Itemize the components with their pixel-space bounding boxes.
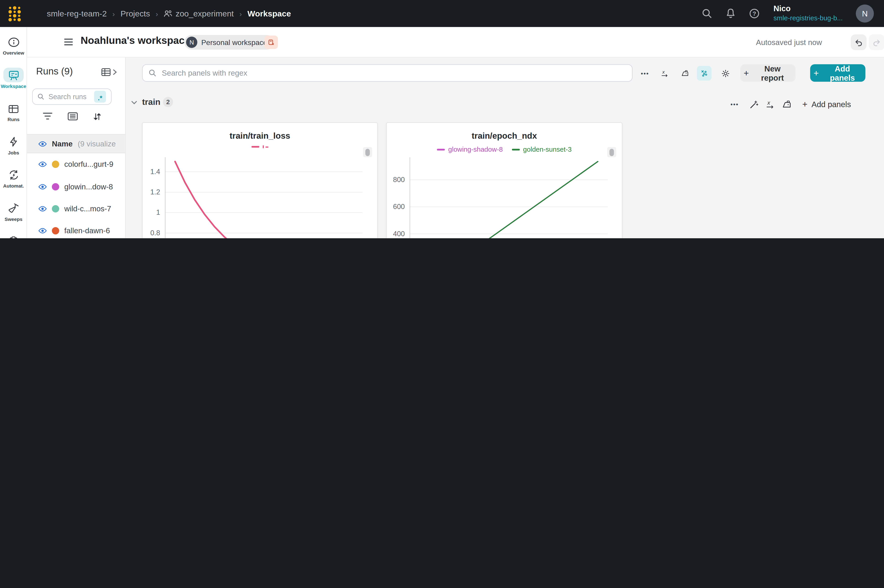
clear-workspace-button[interactable] [264, 35, 278, 49]
top-navbar: smle-reg-team-2 › Projects › zoo_experim… [0, 0, 884, 27]
run-row[interactable]: wild-c...mos-7 [27, 198, 125, 220]
rail-label: Jobs [0, 150, 27, 155]
svg-text:0.8: 0.8 [150, 229, 160, 237]
breadcrumb-team[interactable]: smle-reg-team-2 [47, 9, 107, 18]
expand-runs-chevron-icon[interactable] [112, 69, 117, 76]
plus-icon: + [744, 69, 749, 78]
run-search-input[interactable] [47, 92, 91, 101]
workspace-avatar: N [186, 36, 197, 48]
notifications-bell-icon[interactable] [725, 8, 736, 19]
run-visibility-eye-icon[interactable] [38, 182, 47, 191]
breadcrumb-separator: › [156, 9, 158, 18]
svg-text:1.2: 1.2 [150, 188, 160, 196]
search-icon [148, 69, 157, 77]
runs-panel-title: Runs (9) [36, 66, 73, 77]
section-add-panels-button[interactable]: +Add panels [799, 99, 854, 109]
legend-dash-icon [512, 148, 520, 150]
avatar[interactable]: N [856, 4, 874, 22]
group-list-icon[interactable] [68, 112, 78, 121]
hamburger-menu-icon[interactable] [64, 38, 73, 46]
visualized-count-label: (9 visualize [78, 140, 116, 148]
magic-wand-icon[interactable] [749, 99, 758, 109]
left-nav-rail: Overview Workspace Runs Jobs Automat. Sw… [0, 27, 27, 238]
panel-search-input[interactable] [161, 68, 626, 78]
runs-list-header[interactable]: Name (9 visualize [27, 134, 125, 153]
nav-jobs[interactable]: Jobs [0, 134, 27, 155]
workspace-settings-gear-icon[interactable] [718, 66, 733, 81]
breadcrumb-project[interactable]: zoo_experiment [176, 9, 234, 18]
panel-bank-icon[interactable] [678, 66, 692, 81]
legend-label: golden-sunset-3 [523, 145, 572, 153]
runs-sidebar: Runs (9) .* Name (9 visualize colorfu...… [27, 58, 126, 238]
runs-table-toggle-icon[interactable] [101, 68, 111, 76]
user-org-link[interactable]: smle-registries-bug-b... [774, 14, 843, 22]
rail-label: Workspace [0, 83, 27, 89]
breadcrumb-workspace: Workspace [248, 9, 291, 18]
breadcrumb: smle-reg-team-2 › Projects › zoo_experim… [47, 0, 291, 27]
new-report-label: New report [753, 64, 792, 82]
sweeps-broom-icon [3, 201, 24, 215]
filter-icon[interactable] [43, 112, 53, 120]
redo-button[interactable] [869, 34, 884, 50]
plus-icon: + [802, 100, 807, 109]
legend-item[interactable]: golden-sunset-3 [512, 145, 572, 153]
search-icon[interactable] [701, 8, 713, 19]
section-title[interactable]: train [142, 97, 161, 106]
rail-label: Overview [0, 50, 27, 56]
avatar-letter: N [862, 9, 868, 18]
panel-drag-handle-icon[interactable] [363, 147, 372, 157]
run-color-dot [52, 183, 59, 190]
svg-text:x: x [767, 100, 770, 106]
chart-title: train/epoch_ndx [387, 130, 622, 140]
runs-table-icon [3, 101, 24, 116]
visibility-all-eye-icon[interactable] [38, 140, 47, 148]
help-icon[interactable]: ? [749, 8, 760, 19]
run-row[interactable]: colorfu...gurt-9 [27, 153, 125, 176]
sort-icon[interactable] [93, 112, 102, 121]
legend-item[interactable]: glowing-shadow-8 [437, 145, 503, 153]
run-row[interactable]: fallen-dawn-6 [27, 220, 125, 238]
undo-button[interactable] [851, 34, 866, 50]
section-overflow-menu[interactable]: ••• [727, 97, 742, 111]
new-report-button[interactable]: +New report [740, 64, 795, 81]
svg-text:1: 1 [156, 208, 160, 216]
toolbar-overflow-menu[interactable]: ••• [638, 66, 652, 81]
x-axis-settings-icon[interactable]: x [765, 100, 774, 109]
nav-sweeps[interactable]: Sweeps [0, 201, 27, 222]
nav-workspace[interactable]: Workspace [0, 68, 27, 89]
user-info[interactable]: Nico smle-registries-bug-b... [774, 4, 843, 22]
add-panels-button[interactable]: +Add panels [810, 64, 866, 81]
section-collapse-chevron-icon[interactable] [131, 99, 138, 106]
plus-icon: + [813, 69, 819, 78]
panel-train-loss[interactable]: train/train_loss 0.40.60.811.21.40200400… [142, 122, 378, 238]
reports-clipboard-icon [3, 234, 24, 238]
panel-drag-handle-icon[interactable] [607, 147, 616, 157]
panel-bank-icon[interactable] [782, 100, 792, 109]
run-visibility-eye-icon[interactable] [38, 227, 47, 235]
nav-overview[interactable]: Overview [0, 35, 27, 56]
scatter-panels-icon[interactable] [697, 66, 711, 81]
run-color-dot [52, 205, 59, 213]
run-visibility-eye-icon[interactable] [38, 204, 47, 213]
search-icon [37, 93, 45, 100]
page-title: Noahluna's workspace [81, 35, 190, 47]
run-list: colorfu...gurt-9 glowin...dow-8 wild-c..… [27, 153, 125, 238]
regex-toggle[interactable]: .* [94, 91, 106, 103]
run-color-dot [52, 161, 59, 168]
nav-automations[interactable]: Automat. [0, 168, 27, 189]
breadcrumb-projects[interactable]: Projects [120, 9, 150, 18]
chart-title: train/train_loss [143, 130, 377, 140]
nav-runs[interactable]: Runs [0, 101, 27, 122]
run-name: glowin...dow-8 [64, 182, 113, 191]
panel-epoch-ndx[interactable]: train/epoch_ndx glowing-shadow-8 golden-… [386, 122, 623, 238]
section-panel-count: 2 [163, 97, 173, 107]
app-window: smle-reg-team-2 › Projects › zoo_experim… [0, 0, 884, 238]
x-axis-settings-icon[interactable]: x [657, 66, 672, 81]
rail-label: Automat. [0, 183, 27, 189]
run-visibility-eye-icon[interactable] [38, 160, 47, 169]
run-row[interactable]: glowin...dow-8 [27, 176, 125, 198]
nav-reports[interactable]: Reports [0, 234, 27, 238]
wandb-logo-icon[interactable] [7, 6, 23, 21]
autosave-status: Autosaved just now [756, 38, 822, 47]
personal-workspace-pill[interactable]: N Personal workspace [185, 35, 274, 50]
